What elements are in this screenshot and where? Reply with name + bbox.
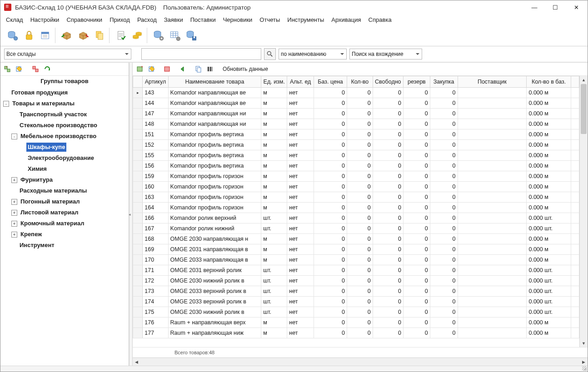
tree-node[interactable]: +Погонный материал: [3, 196, 127, 207]
tree-node[interactable]: Инструмент: [3, 240, 127, 251]
expand-icon[interactable]: +: [11, 232, 17, 238]
table-row[interactable]: 174OMGE 2033 верхний ролик вшт.нет000000…: [133, 297, 579, 307]
coins-button[interactable]: [130, 28, 145, 43]
col-header[interactable]: Свободно: [373, 76, 403, 88]
box-out-button[interactable]: [75, 28, 91, 43]
tree-del-button[interactable]: [30, 64, 40, 74]
expand-icon[interactable]: +: [11, 177, 17, 183]
menu-инструменты[interactable]: Инструменты: [284, 15, 328, 24]
collapse-icon[interactable]: -: [3, 101, 9, 107]
minimize-button[interactable]: —: [524, 0, 545, 14]
menu-справочники[interactable]: Справочники: [63, 15, 106, 24]
table-row[interactable]: 163Komandor профиль горизонмнет000000.00…: [133, 192, 579, 203]
tree-node[interactable]: Химия: [3, 164, 127, 174]
menu-настройки[interactable]: Настройки: [27, 15, 63, 24]
tree-node[interactable]: Стекольное производство: [3, 120, 127, 131]
col-header[interactable]: Баз. цена: [314, 76, 347, 88]
table-row[interactable]: 171OMGE 2031 верхний роликшт.нет000000.0…: [133, 265, 579, 276]
db-config-button[interactable]: [5, 28, 20, 43]
menu-поставки[interactable]: Поставки: [187, 15, 219, 24]
table-row[interactable]: 172OMGE 2030 нижний ролик вшт.нет000000.…: [133, 276, 579, 286]
col-header[interactable]: Ед. изм.: [261, 76, 287, 88]
calendar-button[interactable]: [38, 28, 53, 43]
table-row[interactable]: 177Raum + направляющая нижмнет000000.000…: [133, 328, 579, 338]
expand-icon[interactable]: +: [11, 199, 17, 205]
match-mode-combo[interactable]: Поиск на вхождение: [349, 49, 422, 60]
maximize-button[interactable]: ☐: [545, 0, 566, 14]
search-input[interactable]: [141, 48, 261, 60]
splitter[interactable]: [129, 63, 133, 366]
table-row[interactable]: 167Komandor ролик нижнийшт.нет000000.000…: [133, 223, 579, 234]
table-row[interactable]: 152Komandor профиль вертикамнет000000.00…: [133, 140, 579, 150]
table-row[interactable]: 170OMGE 2033 направляющая вмнет000000.00…: [133, 255, 579, 265]
table-row[interactable]: 164Komandor профиль горизонмнет000000.00…: [133, 203, 579, 213]
col-header[interactable]: [133, 76, 143, 88]
tree-node[interactable]: +Крепеж: [3, 229, 127, 240]
db-gear-button[interactable]: [151, 28, 166, 43]
scroll-up-icon[interactable]: ▲: [580, 76, 588, 84]
table-row[interactable]: 151Komandor профиль вертикамнет000000.00…: [133, 129, 579, 140]
table-row[interactable]: 159Komandor профиль горизонмнет000000.00…: [133, 171, 579, 182]
table-row[interactable]: 169OMGE 2031 направляющая вмнет000000.00…: [133, 244, 579, 255]
search-button[interactable]: [264, 48, 276, 60]
category-tree[interactable]: Готовая продукция-Товары и материалыТран…: [0, 87, 129, 366]
db-save-button[interactable]: [184, 28, 199, 43]
menu-отчеты[interactable]: Отчеты: [256, 15, 284, 24]
menu-архивация[interactable]: Архивация: [328, 15, 364, 24]
table-row[interactable]: 144Komandor направляющая вемнет000000.00…: [133, 98, 579, 109]
expand-icon[interactable]: +: [11, 210, 17, 216]
col-header[interactable]: Кол-во: [347, 76, 373, 88]
table-row[interactable]: 176Raum + направляющая верхмнет000000.00…: [133, 317, 579, 328]
grid-barcode-button[interactable]: [204, 64, 215, 74]
table-gear-button[interactable]: [167, 28, 183, 43]
col-header[interactable]: [571, 76, 579, 88]
tree-node[interactable]: Расходные материалы: [3, 185, 127, 196]
col-header[interactable]: Артикул: [143, 76, 168, 88]
grid-del-button[interactable]: [162, 64, 173, 74]
search-mode-combo[interactable]: по наименованию: [279, 49, 347, 60]
doc-check-button[interactable]: [113, 28, 129, 43]
tree-node[interactable]: Транспортный участок: [3, 109, 127, 120]
collapse-icon[interactable]: -: [11, 134, 17, 139]
table-row[interactable]: 168OMGE 2030 направляющая нмнет000000.00…: [133, 234, 579, 244]
table-row[interactable]: 175OMGE 2030 нижний ролик вшт.нет000000.…: [133, 307, 579, 317]
col-header[interactable]: Поставщик: [458, 76, 527, 88]
menu-черновики[interactable]: Черновики: [219, 15, 256, 24]
close-button[interactable]: ✕: [566, 0, 587, 14]
table-row[interactable]: 148Komandor направляющая нимнет000000.00…: [133, 119, 579, 129]
scroll-left-icon[interactable]: ◀: [133, 358, 140, 366]
table-row[interactable]: ▸143Komandor направляющая вемнет000000.0…: [133, 88, 579, 98]
copy-doc-button[interactable]: [92, 28, 107, 43]
col-header[interactable]: Кол-во в баз.: [527, 76, 571, 88]
table-row[interactable]: 147Komandor направляющая нимнет000000.00…: [133, 109, 579, 119]
tree-node[interactable]: Шкафы-купе: [3, 142, 127, 153]
table-row[interactable]: 166Komandor ролик верхнийшт.нет000000.00…: [133, 213, 579, 223]
grid-back-button[interactable]: [177, 64, 188, 74]
tree-node[interactable]: -Мебельное производство: [3, 131, 127, 142]
menu-справка[interactable]: Справка: [365, 15, 395, 24]
tree-edit-button[interactable]: [14, 64, 24, 74]
tree-node[interactable]: +Фурнитура: [3, 174, 127, 185]
table-row[interactable]: 156Komandor профиль вертикамнет000000.00…: [133, 161, 579, 171]
tree-node[interactable]: -Товары и материалы: [3, 98, 127, 109]
tree-refresh-button[interactable]: [42, 64, 52, 74]
expand-icon[interactable]: +: [11, 221, 17, 227]
refresh-label[interactable]: Обновить данные: [223, 66, 268, 72]
titlebar[interactable]: БАЗИС-Склад 10 (УЧЕБНАЯ БАЗА СКЛАДА.FDB)…: [0, 0, 588, 14]
box-in-button[interactable]: [59, 28, 75, 43]
table-row[interactable]: 155Komandor профиль вертикамнет000000.00…: [133, 150, 579, 161]
scroll-right-icon[interactable]: ▶: [580, 358, 588, 366]
table-header-row[interactable]: АртикулНаименование товараЕд. изм.Альт. …: [133, 76, 579, 88]
grid-edit-button[interactable]: [146, 64, 157, 74]
table-row[interactable]: 173OMGE 2033 верхний ролик вшт.нет000000…: [133, 286, 579, 297]
lock-button[interactable]: [21, 28, 37, 43]
menu-склад[interactable]: Склад: [2, 15, 27, 24]
col-header[interactable]: Наименование товара: [168, 76, 261, 88]
col-header[interactable]: резерв: [404, 76, 430, 88]
menu-приход[interactable]: Приход: [106, 15, 134, 24]
menu-заявки[interactable]: Заявки: [160, 15, 187, 24]
table-row[interactable]: 160Komandor профиль горизонмнет000000.00…: [133, 182, 579, 192]
col-header[interactable]: Альт. ед: [287, 76, 314, 88]
warehouse-combo[interactable]: Все склады: [4, 49, 131, 60]
tree-node[interactable]: +Кромочный материал: [3, 218, 127, 229]
